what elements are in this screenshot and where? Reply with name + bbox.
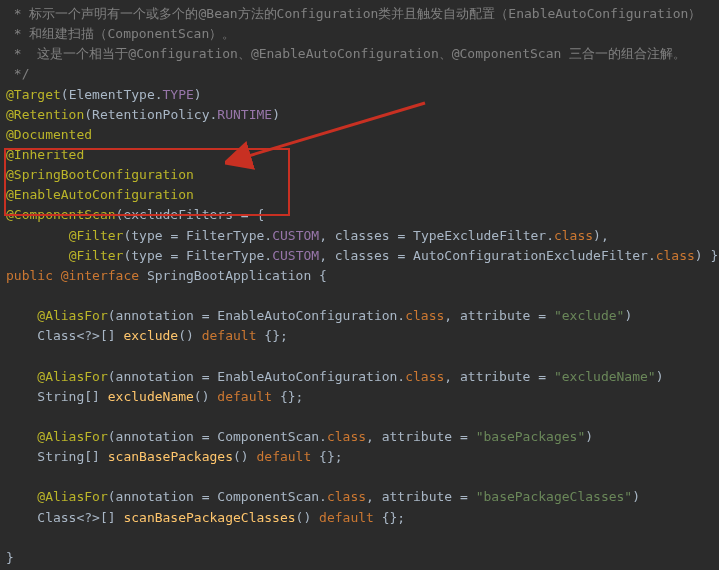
javadoc-line: */ (6, 64, 719, 84)
annotation-enableautoconfiguration: @EnableAutoConfiguration (6, 185, 719, 205)
annotation-retention: @Retention(RetentionPolicy.RUNTIME) (6, 105, 719, 125)
interface-declaration: public @interface SpringBootApplication … (6, 266, 719, 286)
method-line: Class<?>[] exclude() default {}; (6, 326, 719, 346)
blank-line (6, 286, 719, 306)
annotation-target: @Target(ElementType.TYPE) (6, 85, 719, 105)
method-line: Class<?>[] scanBasePackageClasses() defa… (6, 508, 719, 528)
javadoc-line: * 这是一个相当于@Configuration、@EnableAutoConfi… (6, 44, 719, 64)
method-line: String[] excludeName() default {}; (6, 387, 719, 407)
code-editor[interactable]: * 标示一个声明有一个或多个的@Bean方法的Configuration类并且触… (6, 4, 719, 568)
annotation-springbootconfiguration: @SpringBootConfiguration (6, 165, 719, 185)
javadoc-line: * 标示一个声明有一个或多个的@Bean方法的Configuration类并且触… (6, 4, 719, 24)
blank-line (6, 528, 719, 548)
javadoc-line: * 和组建扫描（ComponentScan）。 (6, 24, 719, 44)
aliasfor-line: @AliasFor(annotation = ComponentScan.cla… (6, 487, 719, 507)
annotation-inherited: @Inherited (6, 145, 719, 165)
filter-line: @Filter(type = FilterType.CUSTOM, classe… (6, 246, 719, 266)
filter-line: @Filter(type = FilterType.CUSTOM, classe… (6, 226, 719, 246)
aliasfor-line: @AliasFor(annotation = EnableAutoConfigu… (6, 367, 719, 387)
blank-line (6, 467, 719, 487)
blank-line (6, 346, 719, 366)
method-line: String[] scanBasePackages() default {}; (6, 447, 719, 467)
aliasfor-line: @AliasFor(annotation = EnableAutoConfigu… (6, 306, 719, 326)
annotation-documented: @Documented (6, 125, 719, 145)
closing-brace: } (6, 548, 719, 568)
annotation-componentscan: @ComponentScan(excludeFilters = { (6, 205, 719, 225)
blank-line (6, 407, 719, 427)
aliasfor-line: @AliasFor(annotation = ComponentScan.cla… (6, 427, 719, 447)
